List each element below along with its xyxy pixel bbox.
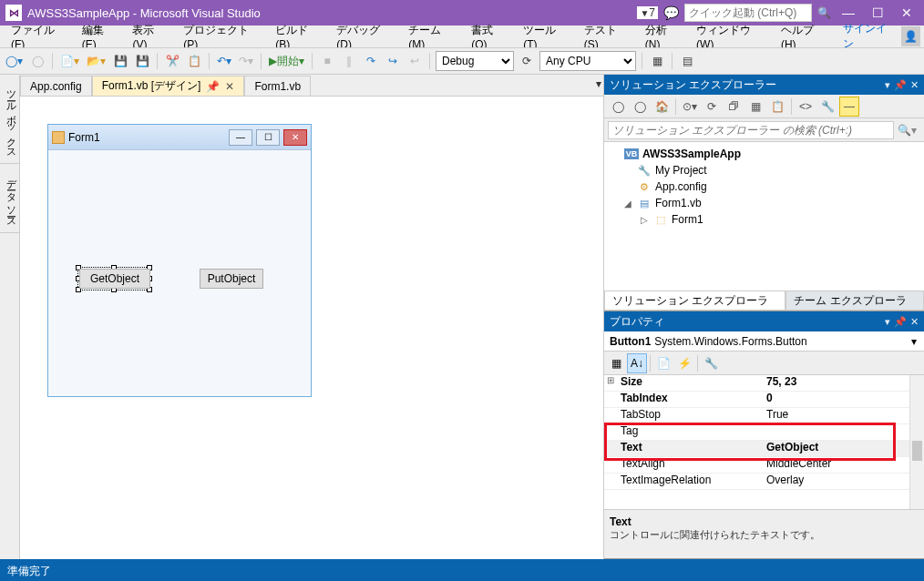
dropdown-icon[interactable]: ▾	[911, 335, 917, 348]
layout-button-1[interactable]: ▦	[648, 51, 666, 71]
nav-back-button[interactable]: ◯▾	[4, 51, 25, 71]
layout-button-2[interactable]: ▤	[678, 51, 696, 71]
solution-search-bar: 🔍▾	[604, 118, 924, 142]
sol-preview-button[interactable]: —	[839, 97, 859, 117]
sol-btn-2[interactable]: 📋	[767, 97, 787, 117]
panel-tab-solution[interactable]: ソリューション エクスプローラー	[604, 290, 785, 311]
prop-row-tabstop[interactable]: TabStopTrue	[604, 408, 924, 424]
properties-description: Text コントロールに関連付けられたテキストです。	[604, 509, 924, 558]
notification-flag-icon[interactable]: ▼7	[637, 6, 658, 19]
tab-overflow-icon[interactable]: ▾	[596, 77, 601, 90]
sol-showall-button[interactable]: ▦	[745, 97, 765, 117]
tab-appconfig[interactable]: App.config	[20, 76, 92, 96]
side-tab-datasources[interactable]: データ ソース	[0, 164, 19, 233]
left-sidebar: ツールボックス データ ソース	[0, 75, 20, 559]
side-tab-toolbox[interactable]: ツールボックス	[0, 75, 19, 164]
tree-node-appconfig[interactable]: ⚙App.config	[606, 178, 922, 195]
sol-home-button[interactable]: 🏠	[652, 97, 672, 117]
solution-search-input[interactable]	[608, 121, 894, 139]
prop-properties-button[interactable]: 📄	[653, 353, 673, 373]
config-refresh-button[interactable]: ⟳	[518, 51, 536, 71]
pause-button: ‖	[340, 51, 358, 71]
sol-refresh-button[interactable]: ⟳	[702, 97, 722, 117]
prop-row-tag[interactable]: Tag	[604, 424, 924, 441]
scrollbar[interactable]	[909, 375, 924, 509]
prop-row-tabindex[interactable]: TabIndex0	[604, 392, 924, 408]
sol-btn-1[interactable]: 🗇	[724, 97, 744, 117]
properties-object-selector[interactable]: Button1 System.Windows.Forms.Button ▾	[604, 331, 924, 352]
menubar: ファイル(F) 編集(E) 表示(V) プロジェクト(P) ビルド(B) デバッ…	[0, 25, 924, 47]
feedback-icon[interactable]: 💬	[663, 5, 679, 20]
stop-button: ■	[318, 51, 336, 71]
save-button[interactable]: 💾	[111, 51, 129, 71]
design-surface[interactable]: Form1 — ☐ ✕ GetObject PutObject	[20, 97, 603, 559]
sol-properties-button[interactable]: 🔧	[817, 97, 837, 117]
sol-sync-button[interactable]: ⊙▾	[680, 97, 700, 117]
button1-getobject[interactable]: GetObject	[79, 269, 150, 289]
step-out-button: ↩	[406, 51, 424, 71]
properties-header[interactable]: プロパティ ▾ 📌 ✕	[604, 311, 924, 331]
prop-row-size[interactable]: ⊞Size75, 23	[604, 375, 924, 392]
copy-button: 📋	[185, 51, 203, 71]
panel-dropdown-icon[interactable]: ▾	[885, 316, 890, 328]
right-pane: ソリューション エクスプローラー ▾ 📌 ✕ ◯ ◯ 🏠 ⊙▾ ⟳ 🗇 ▦ 📋 …	[603, 75, 924, 559]
form-icon	[52, 131, 65, 144]
properties-grid[interactable]: ⊞Size75, 23 TabIndex0 TabStopTrue Tag Te…	[604, 375, 924, 509]
new-project-button[interactable]: 📄▾	[58, 51, 81, 71]
sol-back-button[interactable]: ◯	[608, 97, 628, 117]
tree-node-project[interactable]: VBAWSS3SampleApp	[606, 146, 922, 162]
config-combo[interactable]: Debug	[436, 51, 514, 71]
undo-button[interactable]: ↶▾	[215, 51, 233, 71]
prop-row-textimage[interactable]: TextImageRelationOverlay	[604, 474, 924, 490]
button2-putobject[interactable]: PutObject	[200, 269, 263, 289]
tree-node-form1[interactable]: ▷⬚Form1	[606, 211, 922, 228]
open-file-button[interactable]: 📂▾	[85, 51, 108, 71]
prop-pages-button[interactable]: 🔧	[701, 353, 721, 373]
form-maximize-icon: ☐	[256, 129, 280, 146]
panel-dropdown-icon[interactable]: ▾	[885, 79, 890, 91]
tab-form1-vb[interactable]: Form1.vb	[244, 76, 311, 96]
prop-categorized-button[interactable]: ▦	[606, 353, 626, 373]
panel-close-icon[interactable]: ✕	[910, 316, 919, 328]
properties-toolbar: ▦ A↓ 📄 ⚡ 🔧	[604, 352, 924, 375]
form-minimize-icon: —	[229, 129, 252, 146]
prop-events-button[interactable]: ⚡	[674, 353, 694, 373]
maximize-button[interactable]: ☐	[866, 5, 889, 20]
quick-launch-input[interactable]	[684, 4, 812, 22]
form-body[interactable]: GetObject PutObject	[48, 150, 311, 396]
panel-tab-team[interactable]: チーム エクスプローラー	[785, 290, 924, 311]
solution-tree[interactable]: VBAWSS3SampleApp 🔧My Project ⚙App.config…	[604, 142, 924, 290]
sol-code-button[interactable]: <>	[796, 97, 816, 117]
minimize-button[interactable]: —	[837, 5, 860, 20]
cut-button: ✂️	[163, 51, 181, 71]
prop-alphabetical-button[interactable]: A↓	[627, 353, 647, 373]
object-name: Button1	[610, 335, 651, 348]
main-toolbar: ◯▾ ◯ 📄▾ 📂▾ 💾 💾 ✂️ 📋 ↶▾ ↷▾ ▶ 開始 ▾ ■ ‖ ↷ ↪…	[0, 47, 924, 75]
panel-pin-icon[interactable]: 📌	[894, 316, 907, 328]
form-title: Form1	[68, 131, 225, 144]
start-debug-button[interactable]: ▶ 開始 ▾	[267, 51, 306, 71]
tree-node-form1vb[interactable]: ◢▤Form1.vb	[606, 195, 922, 211]
object-type: System.Windows.Forms.Button	[654, 335, 806, 348]
save-all-button[interactable]: 💾	[133, 51, 151, 71]
solution-panel-tabs: ソリューション エクスプローラー チーム エクスプローラー	[604, 290, 924, 311]
close-button[interactable]: ✕	[895, 5, 919, 20]
step-over-button[interactable]: ↪	[384, 51, 402, 71]
tab-form1-design[interactable]: Form1.vb [デザイン] 📌 ✕	[92, 76, 245, 96]
panel-pin-icon[interactable]: 📌	[894, 79, 907, 91]
search-icon[interactable]: 🔍	[817, 6, 831, 19]
selection-handles[interactable]: GetObject	[77, 267, 150, 290]
panel-close-icon[interactable]: ✕	[910, 79, 919, 91]
step-into-button[interactable]: ↷	[362, 51, 380, 71]
prop-row-textalign[interactable]: TextAlignMiddleCenter	[604, 457, 924, 474]
solution-toolbar: ◯ ◯ 🏠 ⊙▾ ⟳ 🗇 ▦ 📋 <> 🔧 —	[604, 95, 924, 118]
platform-combo[interactable]: Any CPU	[539, 51, 636, 71]
close-tab-icon[interactable]: ✕	[225, 80, 234, 93]
winform-preview[interactable]: Form1 — ☐ ✕ GetObject PutObject	[47, 124, 312, 397]
user-icon[interactable]: 👤	[901, 26, 920, 46]
pin-icon[interactable]: 📌	[206, 80, 220, 93]
tree-node-myproject[interactable]: 🔧My Project	[606, 162, 922, 178]
prop-row-text[interactable]: TextGetObject	[604, 441, 924, 457]
solution-explorer-header[interactable]: ソリューション エクスプローラー ▾ 📌 ✕	[604, 75, 924, 95]
search-icon[interactable]: 🔍▾	[894, 124, 920, 137]
